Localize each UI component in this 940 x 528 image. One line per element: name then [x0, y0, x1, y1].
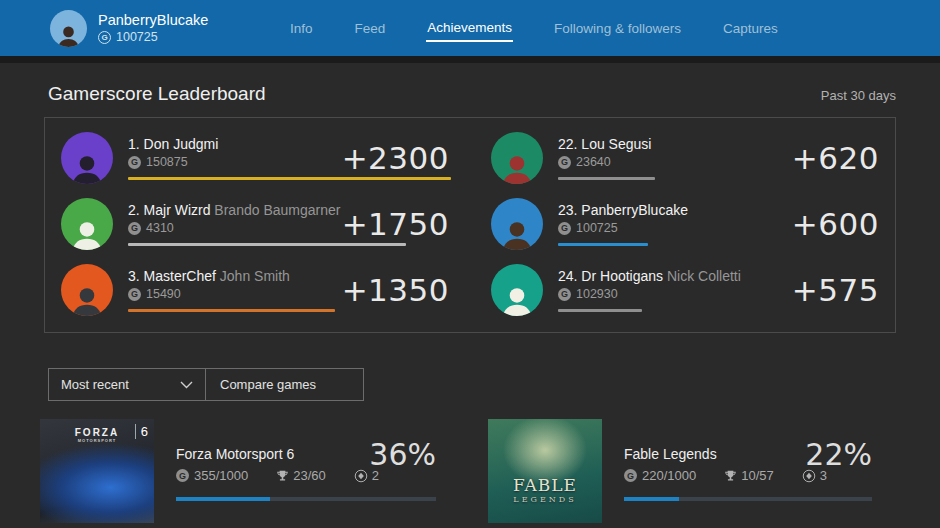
avatar — [50, 10, 87, 47]
leaderboard-row[interactable]: 2. Majr Wizrd Brando Baumgarner G 4310 +… — [61, 191, 451, 257]
tile-number: 6 — [135, 424, 148, 439]
completion-percent: 36% — [369, 437, 436, 472]
person-icon — [54, 21, 83, 47]
tab-feed[interactable]: Feed — [354, 16, 387, 41]
progress-bar — [176, 497, 436, 501]
gamerscore-icon: G — [558, 156, 571, 169]
tile-logo-text: FABLELEGENDS — [488, 475, 602, 504]
person-icon — [68, 216, 106, 250]
game-row-forza-motorsport-6[interactable]: FORZAMOTORSPORT 6 Forza Motorsport 6 G 3… — [40, 419, 436, 523]
real-name: Brando Baumgarner — [214, 202, 340, 218]
avatar — [61, 132, 113, 184]
gamerscore-icon: G — [128, 156, 141, 169]
score-value: 100725 — [576, 221, 618, 235]
progress-bar-fill — [176, 497, 270, 501]
avatar — [491, 198, 543, 250]
game-tile-art: FORZAMOTORSPORT 6 — [40, 419, 154, 523]
rare-diamond-icon — [354, 469, 368, 483]
person-icon — [498, 150, 536, 184]
rank-bar — [558, 309, 642, 312]
sort-dropdown[interactable]: Most recent — [48, 368, 206, 401]
leaderboard-row[interactable]: 24. Dr Hootigans Nick Colletti G 102930 … — [491, 257, 881, 323]
gamerscore-icon: G — [98, 31, 111, 44]
avatar — [491, 264, 543, 316]
leaderboard-panel: 1. Don Judgmi G 150875 +2300 22. Lou Seg… — [44, 117, 896, 333]
gamerscore-icon: G — [558, 222, 571, 235]
tab-captures[interactable]: Captures — [722, 16, 779, 41]
compare-games-button[interactable]: Compare games — [206, 368, 364, 401]
game-tile-art: FABLELEGENDS — [488, 419, 602, 523]
period-label: Past 30 days — [821, 88, 896, 103]
avatar — [61, 264, 113, 316]
page-title: Gamerscore Leaderboard — [48, 83, 266, 105]
gain-value: +620 — [792, 140, 879, 176]
leaderboard-row[interactable]: 23. PanberryBlucake G 100725 +600 — [491, 191, 881, 257]
game-row-fable-legends[interactable]: FABLELEGENDS Fable Legends G 220/1000 10… — [488, 419, 872, 523]
leaderboard-row[interactable]: 3. MasterChef John Smith G 15490 +1350 — [61, 257, 451, 323]
person-icon — [68, 282, 106, 316]
gain-value: +600 — [792, 206, 879, 242]
person-icon — [68, 150, 106, 184]
rank-bar — [128, 309, 335, 312]
nav-tabs: Info Feed Achievements Following & follo… — [289, 0, 779, 56]
gamerscore-stat: G 355/1000 — [176, 468, 248, 483]
top-nav-bar: PanberryBlucake G 100725 Info Feed Achie… — [0, 0, 940, 63]
profile-name: PanberryBlucake — [98, 12, 208, 28]
gamerscore-icon: G — [128, 288, 141, 301]
leaderboard-row[interactable]: 22. Lou Segusi G 23640 +620 — [491, 125, 881, 191]
leaderboard-row[interactable]: 1. Don Judgmi G 150875 +2300 — [61, 125, 451, 191]
challenges-stat: 10/57 — [724, 468, 774, 483]
sort-dropdown-value: Most recent — [61, 377, 129, 392]
score-value: 150875 — [146, 155, 188, 169]
profile-summary[interactable]: PanberryBlucake G 100725 — [50, 10, 208, 47]
gamerscore-stat: G 220/1000 — [624, 468, 696, 483]
chevron-down-icon — [180, 381, 193, 389]
gain-value: +1750 — [342, 206, 449, 242]
gamerscore-icon: G — [176, 469, 189, 482]
challenges-stat: 23/60 — [276, 468, 326, 483]
gamerscore-icon: G — [624, 469, 637, 482]
score-value: 4310 — [146, 221, 174, 235]
progress-bar-fill — [624, 497, 679, 501]
rank-bar — [558, 177, 655, 180]
tab-achievements[interactable]: Achievements — [426, 15, 513, 42]
rank-bar — [128, 243, 406, 246]
score-value: 15490 — [146, 287, 181, 301]
avatar — [61, 198, 113, 250]
person-icon — [498, 282, 536, 316]
score-value: 102930 — [576, 287, 618, 301]
real-name: John Smith — [220, 268, 290, 284]
real-name: Nick Colletti — [667, 268, 741, 284]
gain-value: +575 — [792, 272, 879, 308]
profile-gamerscore-value: 100725 — [116, 30, 158, 44]
gamerscore-icon: G — [558, 288, 571, 301]
tab-info[interactable]: Info — [289, 16, 314, 41]
trophy-icon — [276, 469, 289, 483]
rank-bar — [128, 177, 451, 180]
score-value: 23640 — [576, 155, 611, 169]
tab-following-followers[interactable]: Following & followers — [553, 16, 682, 41]
trophy-icon — [724, 469, 737, 483]
gain-value: +2300 — [342, 140, 449, 176]
profile-gamerscore: G 100725 — [98, 30, 208, 44]
gamerscore-icon: G — [128, 222, 141, 235]
progress-bar — [624, 497, 872, 501]
avatar — [491, 132, 543, 184]
rank-bar — [558, 243, 648, 246]
completion-percent: 22% — [805, 437, 872, 472]
gain-value: +1350 — [342, 272, 449, 308]
person-icon — [498, 216, 536, 250]
